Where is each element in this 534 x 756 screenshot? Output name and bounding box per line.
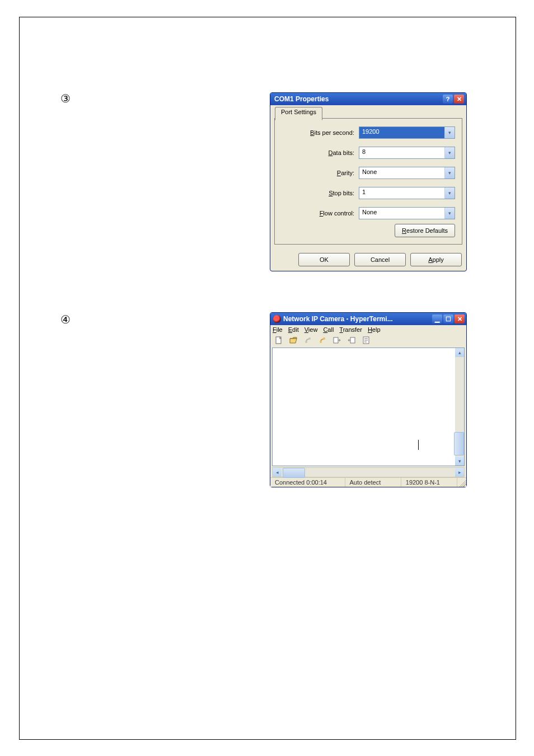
- scroll-right-icon[interactable]: ▸: [455, 468, 464, 477]
- svg-point-1: [305, 341, 307, 343]
- label-stop-bits: Stop bits:: [287, 190, 359, 196]
- open-icon[interactable]: [288, 335, 298, 345]
- stop-bits-value: 1: [359, 187, 444, 199]
- receive-icon[interactable]: [346, 335, 357, 345]
- row-data-bits: Data bits: 8 ▾: [282, 147, 455, 159]
- vertical-scrollbar[interactable]: ▴ ▾: [455, 348, 464, 466]
- send-icon[interactable]: [332, 335, 342, 345]
- titlebar-text: COM1 Properties: [273, 95, 329, 103]
- chevron-down-icon: ▾: [444, 167, 455, 179]
- scroll-thumb[interactable]: [454, 432, 464, 456]
- scroll-down-icon[interactable]: ▾: [455, 457, 464, 466]
- port-settings-panel: Bits per second: 19200 ▾ Data bits: 8 ▾: [274, 118, 462, 245]
- label-parity: Parity:: [287, 170, 359, 176]
- parity-combo[interactable]: None ▾: [359, 167, 455, 179]
- bits-per-second-value: 19200: [359, 127, 444, 138]
- hyperterminal-app-icon: [273, 315, 281, 323]
- label-data-bits: Data bits:: [287, 149, 359, 156]
- menu-view[interactable]: View: [305, 326, 318, 333]
- status-connected: Connected 0:00:14: [270, 478, 345, 487]
- svg-rect-5: [334, 337, 338, 343]
- close-button[interactable]: ✕: [455, 314, 465, 323]
- flow-control-value: None: [359, 208, 444, 219]
- properties-icon[interactable]: [361, 335, 371, 345]
- text-cursor: [418, 440, 419, 450]
- row-parity: Parity: None ▾: [282, 167, 455, 179]
- chevron-down-icon: ▾: [444, 208, 455, 219]
- scroll-track[interactable]: [282, 468, 455, 477]
- row-bits-per-second: Bits per second: 19200 ▾: [282, 126, 455, 139]
- ok-button[interactable]: OK: [298, 253, 350, 266]
- row-flow-control: Flow control: None ▾: [282, 207, 455, 219]
- tab-port-settings[interactable]: Port Settings: [275, 107, 322, 120]
- cancel-button[interactable]: Cancel: [354, 253, 406, 266]
- row-stop-bits: Stop bits: 1 ▾: [282, 187, 455, 199]
- bits-per-second-combo[interactable]: 19200 ▾: [359, 126, 455, 139]
- scroll-up-icon[interactable]: ▴: [455, 348, 464, 357]
- connect-icon[interactable]: [303, 335, 313, 345]
- terminal-area[interactable]: ▴ ▾: [272, 348, 465, 466]
- apply-button[interactable]: Apply: [410, 253, 462, 266]
- chevron-down-icon: ▾: [444, 127, 455, 138]
- svg-point-2: [308, 337, 311, 340]
- disconnect-icon[interactable]: [317, 335, 327, 345]
- horizontal-scrollbar[interactable]: ◂ ▸: [272, 467, 465, 477]
- chevron-down-icon: ▾: [444, 187, 455, 199]
- stop-bits-combo[interactable]: 1 ▾: [359, 187, 455, 199]
- scroll-thumb[interactable]: [283, 468, 305, 478]
- step-marker-4: ④: [60, 313, 71, 326]
- step-marker-3: ③: [60, 92, 71, 105]
- close-button[interactable]: ✕: [454, 95, 464, 104]
- hyperterminal-window: Network IP Camera - HyperTermi... ▁ ☐ ✕ …: [270, 312, 467, 487]
- statusbar: Connected 0:00:14 Auto detect 19200 8-N-…: [270, 477, 466, 487]
- restore-defaults-button[interactable]: Restore Defaults: [395, 224, 455, 237]
- menubar: File Edit View Call Transfer Help: [270, 325, 466, 334]
- svg-point-3: [320, 341, 322, 343]
- flow-control-combo[interactable]: None ▾: [359, 207, 455, 219]
- menu-call[interactable]: Call: [323, 326, 334, 333]
- svg-rect-6: [350, 337, 355, 343]
- status-mode: Auto detect: [345, 478, 401, 487]
- chevron-down-icon: ▾: [444, 147, 455, 158]
- data-bits-combo[interactable]: 8 ▾: [359, 147, 455, 159]
- help-button[interactable]: ?: [443, 95, 453, 104]
- com1-properties-dialog: COM1 Properties ? ✕ Port Settings Bits p…: [270, 92, 467, 271]
- svg-point-4: [323, 337, 325, 340]
- label-bits-per-second: Bits per second:: [287, 129, 359, 136]
- titlebar-text: Network IP Camera - HyperTermi...: [283, 315, 393, 323]
- label-flow-control: Flow control:: [287, 210, 359, 217]
- titlebar: COM1 Properties ? ✕: [270, 93, 466, 105]
- menu-transfer[interactable]: Transfer: [339, 326, 362, 333]
- maximize-button[interactable]: ☐: [443, 314, 453, 323]
- resize-grip-icon[interactable]: [457, 478, 466, 487]
- new-icon[interactable]: [274, 335, 284, 345]
- parity-value: None: [359, 167, 444, 179]
- scroll-left-icon[interactable]: ◂: [273, 468, 282, 477]
- status-settings: 19200 8-N-1: [401, 478, 457, 487]
- menu-help[interactable]: Help: [368, 326, 381, 333]
- minimize-button[interactable]: ▁: [432, 314, 442, 323]
- data-bits-value: 8: [359, 147, 444, 158]
- toolbar: [270, 334, 466, 348]
- menu-edit[interactable]: Edit: [288, 326, 299, 333]
- menu-file[interactable]: File: [273, 326, 283, 333]
- tabstrip: Port Settings: [270, 105, 466, 118]
- titlebar: Network IP Camera - HyperTermi... ▁ ☐ ✕: [270, 313, 466, 325]
